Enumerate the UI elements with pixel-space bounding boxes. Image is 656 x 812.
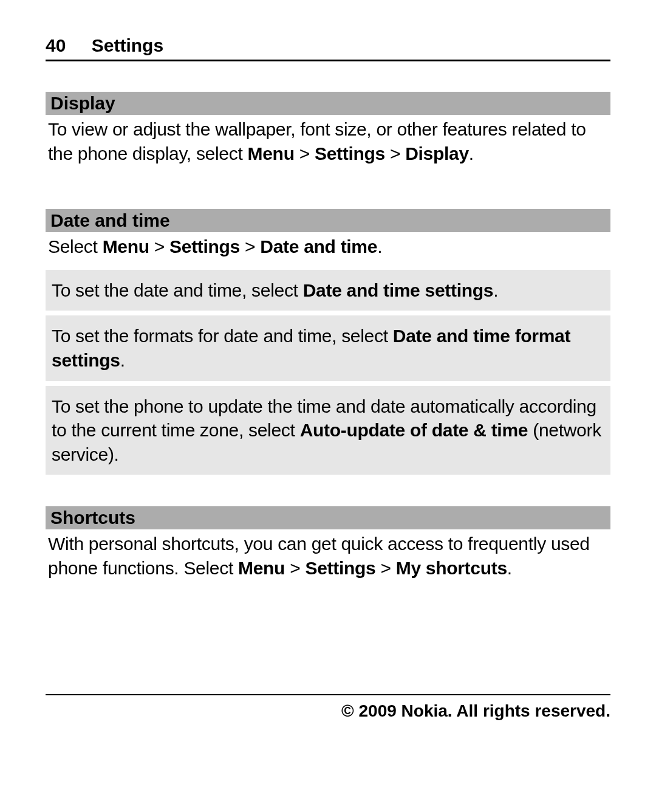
display-path-settings: Settings	[315, 143, 385, 163]
dt-intro-post: .	[377, 236, 382, 256]
dt-box2-post: .	[120, 350, 125, 370]
section-heading-shortcuts: Shortcuts	[46, 506, 610, 529]
dt-intro-settings: Settings	[169, 236, 240, 256]
datetime-box2: To set the formats for date and time, se…	[46, 315, 610, 380]
display-sep2: >	[385, 143, 405, 163]
page-title: Settings	[92, 35, 163, 55]
shortcuts-settings: Settings	[305, 558, 375, 578]
page-header: 40 Settings	[46, 35, 610, 61]
dt-intro-pre: Select	[48, 236, 103, 256]
dt-intro-datetime: Date and time	[260, 236, 377, 256]
page-number: 40	[46, 35, 66, 55]
shortcuts-sep1: >	[285, 558, 305, 578]
datetime-intro: Select Menu > Settings > Date and time.	[46, 235, 610, 259]
footer-copyright: © 2009 Nokia. All rights reserved.	[46, 694, 610, 721]
display-body: To view or adjust the wallpaper, font si…	[46, 117, 610, 165]
section-heading-display: Display	[46, 92, 610, 115]
dt-box1-bold: Date and time settings	[303, 280, 493, 300]
shortcuts-post: .	[507, 558, 512, 578]
dt-intro-sep2: >	[240, 236, 260, 256]
dt-intro-menu: Menu	[103, 236, 149, 256]
dt-box1-pre: To set the date and time, select	[52, 280, 303, 300]
display-path-menu: Menu	[248, 143, 295, 163]
shortcuts-body: With personal shortcuts, you can get qui…	[46, 532, 610, 580]
dt-intro-sep1: >	[149, 236, 169, 256]
display-sep1: >	[295, 143, 315, 163]
shortcuts-menu: Menu	[238, 558, 285, 578]
display-period: .	[469, 143, 474, 163]
shortcuts-myshortcuts: My shortcuts	[396, 558, 507, 578]
datetime-box1: To set the date and time, select Date an…	[46, 270, 610, 311]
dt-box3-bold: Auto-update of date & time	[300, 420, 528, 440]
display-path-display: Display	[405, 143, 469, 163]
dt-box1-post: .	[493, 280, 498, 300]
dt-box2-pre: To set the formats for date and time, se…	[52, 326, 393, 346]
shortcuts-sep2: >	[375, 558, 395, 578]
datetime-box3: To set the phone to update the time and …	[46, 386, 610, 475]
section-heading-datetime: Date and time	[46, 209, 610, 232]
